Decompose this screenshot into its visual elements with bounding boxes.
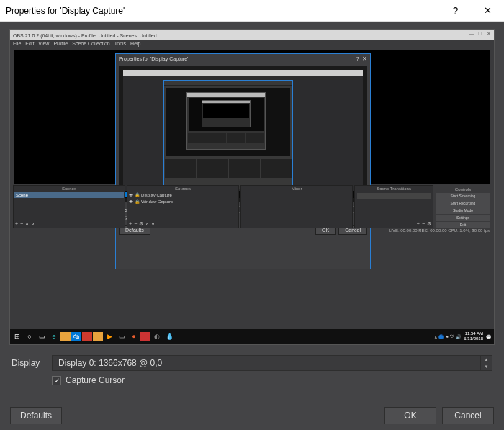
nested-sources-panel: Sources 👁🔒Display Capture 👁🔒Window Captu…	[127, 185, 239, 228]
nested-obs-title-text: OBS 21.0.2 (64bit, windows) - Profile: U…	[13, 33, 157, 38]
display-select-wrap: Display 0: 1366x768 @ 0,0 ▲ ▼	[52, 355, 492, 371]
start-icon: ⊞	[12, 331, 23, 342]
close-button[interactable]: ✕	[472, 0, 504, 22]
recursion-level-3	[163, 80, 293, 189]
app-icon-4	[140, 332, 150, 341]
properties-dialog: Properties for 'Display Capture' ? ✕ OBS…	[0, 0, 504, 430]
capture-cursor-row: ✓ Capture Cursor	[12, 375, 492, 385]
wmp-icon: ▶	[104, 331, 115, 342]
nested-controls-panel: Controls Start Streaming Start Recording…	[435, 185, 491, 228]
app-icon-5: 💧	[163, 331, 175, 342]
tray-icon: ⚑	[445, 334, 449, 339]
nested-start-streaming: Start Streaming	[436, 193, 490, 200]
nested-scenes-title: Scenes	[14, 186, 125, 192]
nested-scenes-panel: Scenes Scene +−∧∨	[13, 185, 125, 228]
defaults-button[interactable]: Defaults	[10, 407, 62, 424]
nested-start-recording: Start Recording	[436, 200, 490, 207]
edge-icon: e	[48, 331, 60, 342]
nested-studio-mode: Studio Mode	[436, 207, 490, 214]
nested-mixer-title: Mixer	[241, 186, 352, 192]
nested-transitions-title: Scene Transitions	[355, 186, 433, 192]
network-icon: 🛡	[450, 334, 454, 339]
app-icon-1	[82, 332, 92, 341]
recursion-level-4	[186, 92, 266, 150]
nested-obs-titlebar: OBS 21.0.2 (64bit, windows) - Profile: U…	[10, 30, 494, 40]
capture-cursor-label: Capture Cursor	[66, 375, 125, 385]
nested-menu-tools: Tools	[114, 41, 126, 48]
nested-menu-file: File	[13, 41, 21, 48]
titlebar-title: Properties for 'Display Capture'	[6, 6, 439, 16]
preview-area: OBS 21.0.2 (64bit, windows) - Profile: U…	[0, 22, 504, 349]
explorer-icon	[60, 332, 71, 341]
store-icon: 🛍	[71, 332, 81, 341]
nested-settings: Settings	[436, 215, 490, 221]
app-icon-2	[93, 332, 103, 341]
nested-obs-preview: Properties for 'Display Capture' ?✕	[14, 50, 490, 184]
preview-canvas: OBS 21.0.2 (64bit, windows) - Profile: U…	[9, 29, 495, 345]
display-select[interactable]: Display 0: 1366x768 @ 0,0	[52, 355, 481, 371]
taskview-icon: ▭	[36, 331, 48, 342]
chevron-down-icon[interactable]: ▼	[481, 363, 492, 370]
nested-mixer-panel: Mixer	[240, 185, 353, 228]
cancel-button[interactable]: Cancel	[442, 407, 494, 424]
nested-exit: Exit	[436, 222, 490, 228]
notification-icon: 💬	[486, 334, 491, 339]
recursion-level-5	[202, 100, 251, 127]
nested-properties-titlebar: Properties for 'Display Capture' ?✕	[116, 54, 370, 63]
dialog-body: OBS 21.0.2 (64bit, windows) - Profile: U…	[0, 22, 504, 430]
app-icon-3: ▭	[116, 331, 127, 342]
titlebar: Properties for 'Display Capture' ? ✕	[0, 0, 504, 22]
form-area: Display Display 0: 1366x768 @ 0,0 ▲ ▼ ✓ …	[0, 349, 504, 400]
ok-button[interactable]: OK	[384, 407, 436, 424]
nested-menu-help: Help	[130, 41, 140, 48]
taskbar-clock: 11:54 AM 6/11/2018	[462, 331, 485, 341]
nested-controls-title: Controls	[436, 187, 490, 192]
capture-cursor-checkbox[interactable]: ✓	[52, 376, 61, 385]
nested-transitions-panel: Scene Transitions +−⚙	[354, 185, 433, 228]
nested-scene-item: Scene	[14, 192, 124, 198]
nested-menu-edit: Edit	[25, 41, 34, 48]
display-label: Display	[12, 358, 52, 368]
system-tray: ∧ 🔵 ⚑ 🛡 🔊 11:54 AM 6/11/2018 💬	[434, 331, 492, 341]
chevron-up-icon[interactable]: ▲	[481, 356, 492, 363]
nested-menu-scene-collection: Scene Collection	[72, 41, 110, 48]
nested-obs-window: OBS 21.0.2 (64bit, windows) - Profile: U…	[9, 30, 495, 344]
nested-obs-panels: Scenes Scene +−∧∨ Sources 👁🔒Display Capt…	[10, 185, 494, 228]
nested-menu-profile: Profile	[53, 41, 68, 48]
firefox-icon: ●	[128, 331, 140, 342]
nested-properties-dialog: Properties for 'Display Capture' ?✕	[115, 53, 371, 269]
display-row: Display Display 0: 1366x768 @ 0,0 ▲ ▼	[12, 355, 492, 371]
recursion-level-2	[123, 70, 363, 198]
obs-icon: ◐	[151, 331, 163, 342]
nested-properties-title: Properties for 'Display Capture'	[119, 56, 188, 61]
nested-properties-preview	[119, 66, 367, 202]
display-spinner[interactable]: ▲ ▼	[481, 355, 492, 371]
nested-obs-menu: File Edit View Profile Scene Collection …	[10, 40, 494, 49]
help-button[interactable]: ?	[439, 0, 472, 22]
dialog-footer: Defaults OK Cancel	[0, 400, 504, 430]
volume-icon: 🔊	[456, 334, 461, 339]
nested-obs-window-controls: —□✕	[469, 31, 492, 37]
tray-icon: ∧	[434, 334, 437, 339]
cortana-icon: ○	[24, 331, 35, 342]
nested-taskbar: ⊞ ○ ▭ e 🛍 ▶ ▭ ● ◐ 💧	[10, 329, 494, 344]
nested-sources-title: Sources	[127, 186, 238, 192]
nested-properties-controls: ?✕	[356, 55, 367, 62]
tray-icon: 🔵	[438, 334, 444, 339]
nested-menu-view: View	[38, 41, 49, 48]
